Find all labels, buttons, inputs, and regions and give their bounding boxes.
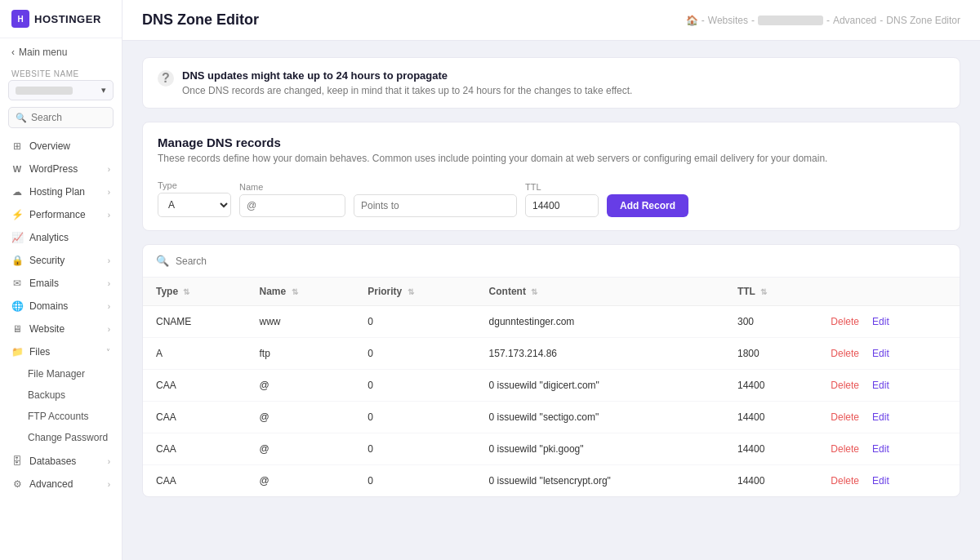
chevron-down-icon: ˅ <box>106 348 110 357</box>
sidebar-item-advanced[interactable]: ⚙ Advanced › <box>0 473 122 496</box>
alert-content: DNS updates might take up to 24 hours to… <box>182 69 632 96</box>
cell-priority: 0 <box>354 465 475 497</box>
search-icon: 🔍 <box>156 255 169 267</box>
sidebar-item-label: Overview <box>29 140 70 152</box>
cell-content: dgunntestinger.com <box>476 306 724 338</box>
cell-priority: 0 <box>354 402 475 433</box>
sidebar-item-analytics[interactable]: 📈 Analytics <box>0 226 122 249</box>
cell-actions: Delete Edit <box>817 306 960 338</box>
logo: H HOSTINGER <box>0 0 122 38</box>
cell-actions: Delete Edit <box>817 370 960 402</box>
main-body: ? DNS updates might take up to 24 hours … <box>122 41 980 513</box>
wordpress-icon: W <box>11 163 23 175</box>
edit-button[interactable]: Edit <box>872 411 889 423</box>
edit-button[interactable]: Edit <box>872 380 889 391</box>
sidebar-item-file-manager[interactable]: File Manager <box>0 363 122 384</box>
ttl-label: TTL <box>525 182 599 192</box>
sidebar-item-label: Analytics <box>29 232 69 243</box>
databases-icon: 🗄 <box>11 456 23 467</box>
add-record-button[interactable]: Add Record <box>607 194 688 217</box>
delete-button[interactable]: Delete <box>831 316 859 327</box>
edit-button[interactable]: Edit <box>872 348 889 359</box>
cell-content: 0 issuewild "letsencrypt.org" <box>476 465 724 497</box>
col-type[interactable]: Type ⇅ <box>143 278 247 306</box>
back-icon: ‹ <box>11 47 15 58</box>
sidebar-item-security[interactable]: 🔒 Security › <box>0 249 122 272</box>
emails-icon: ✉ <box>11 278 23 289</box>
alert-description: Once DNS records are changed, keep in mi… <box>182 85 632 96</box>
sidebar-item-website[interactable]: 🖥 Website › <box>0 318 122 340</box>
sidebar-item-label: Hosting Plan <box>29 186 85 198</box>
cell-ttl: 14400 <box>724 433 817 465</box>
sidebar-search-input[interactable] <box>31 112 106 123</box>
edit-button[interactable]: Edit <box>872 316 889 327</box>
chevron-right-icon: › <box>108 457 110 466</box>
sidebar-item-backups[interactable]: Backups <box>0 384 122 406</box>
cell-type: CAA <box>143 402 247 433</box>
table-row: CAA @ 0 0 issuewild "digicert.com" 14400… <box>143 370 960 402</box>
dns-alert-box: ? DNS updates might take up to 24 hours … <box>142 57 960 109</box>
delete-button[interactable]: Delete <box>831 411 859 423</box>
main-menu-back[interactable]: ‹ Main menu <box>0 38 122 66</box>
col-ttl[interactable]: TTL ⇅ <box>724 278 817 306</box>
cell-ttl: 14400 <box>724 370 817 402</box>
table-row: CAA @ 0 0 issuewild "pki.goog" 14400 Del… <box>143 433 960 465</box>
breadcrumb-sep: - <box>751 15 755 26</box>
edit-button[interactable]: Edit <box>872 443 889 455</box>
sort-icon: ⇅ <box>183 287 189 296</box>
sidebar-item-domains[interactable]: 🌐 Domains › <box>0 295 122 318</box>
table-search-box[interactable]: 🔍 <box>143 245 960 278</box>
ttl-input[interactable] <box>525 194 599 217</box>
cell-name: www <box>247 306 355 338</box>
sidebar-item-databases[interactable]: 🗄 Databases › <box>0 450 122 473</box>
cell-name: @ <box>247 433 355 465</box>
cell-ttl: 14400 <box>724 402 817 433</box>
sidebar-item-files[interactable]: 📁 Files ˅ <box>0 340 122 363</box>
sidebar-item-wordpress[interactable]: W WordPress › <box>0 158 122 180</box>
sidebar-item-overview[interactable]: ⊞ Overview <box>0 135 122 158</box>
edit-button[interactable]: Edit <box>872 475 889 487</box>
cell-type: CNAME <box>143 306 247 338</box>
delete-button[interactable]: Delete <box>831 348 859 359</box>
cell-ttl: 300 <box>724 306 817 338</box>
name-form-group: Name <box>239 182 345 217</box>
overview-icon: ⊞ <box>11 140 23 152</box>
chevron-right-icon: › <box>108 480 110 489</box>
type-form-group: Type A AAAA CNAME MX TXT NS CAA <box>158 180 231 217</box>
type-select[interactable]: A AAAA CNAME MX TXT NS CAA <box>158 193 231 217</box>
hosting-plan-icon: ☁ <box>11 186 23 198</box>
main-header: DNS Zone Editor 🏠 - Websites - - Advance… <box>122 0 980 41</box>
sidebar-item-ftp-accounts[interactable]: FTP Accounts <box>0 406 122 427</box>
sort-icon: ⇅ <box>292 287 298 296</box>
manage-dns-title: Manage DNS records <box>158 136 945 149</box>
table-search-input[interactable] <box>176 256 947 267</box>
cell-content: 0 issuewild "digicert.com" <box>476 370 724 402</box>
manage-dns-card: Manage DNS records These records define … <box>142 122 960 231</box>
delete-button[interactable]: Delete <box>831 380 859 391</box>
sidebar-item-hosting-plan[interactable]: ☁ Hosting Plan › <box>0 180 122 203</box>
breadcrumb-current: DNS Zone Editor <box>886 15 960 26</box>
sidebar-item-change-password[interactable]: Change Password <box>0 427 122 448</box>
sidebar-item-emails[interactable]: ✉ Emails › <box>0 272 122 295</box>
chevron-right-icon: › <box>108 325 110 334</box>
col-name[interactable]: Name ⇅ <box>247 278 355 306</box>
sidebar-item-label: Performance <box>29 209 86 220</box>
cell-content: 157.173.214.86 <box>476 338 724 370</box>
ttl-form-group: TTL <box>525 182 599 217</box>
points-to-input[interactable] <box>354 194 517 217</box>
breadcrumb-sep: - <box>880 15 883 26</box>
website-name-select[interactable]: ▾ <box>8 80 114 100</box>
sidebar-item-performance[interactable]: ⚡ Performance › <box>0 203 122 226</box>
cell-priority: 0 <box>354 306 475 338</box>
col-priority[interactable]: Priority ⇅ <box>354 278 475 306</box>
delete-button[interactable]: Delete <box>831 475 859 487</box>
delete-button[interactable]: Delete <box>831 443 859 455</box>
col-actions <box>817 278 960 306</box>
col-content[interactable]: Content ⇅ <box>476 278 724 306</box>
sidebar-search-box[interactable]: 🔍 <box>8 107 114 128</box>
name-input[interactable] <box>239 194 345 217</box>
sidebar-item-label: Files <box>29 346 50 358</box>
cell-type: A <box>143 338 247 370</box>
dns-records-table: Type ⇅ Name ⇅ Priority ⇅ Content <box>143 278 960 496</box>
analytics-icon: 📈 <box>11 232 23 243</box>
